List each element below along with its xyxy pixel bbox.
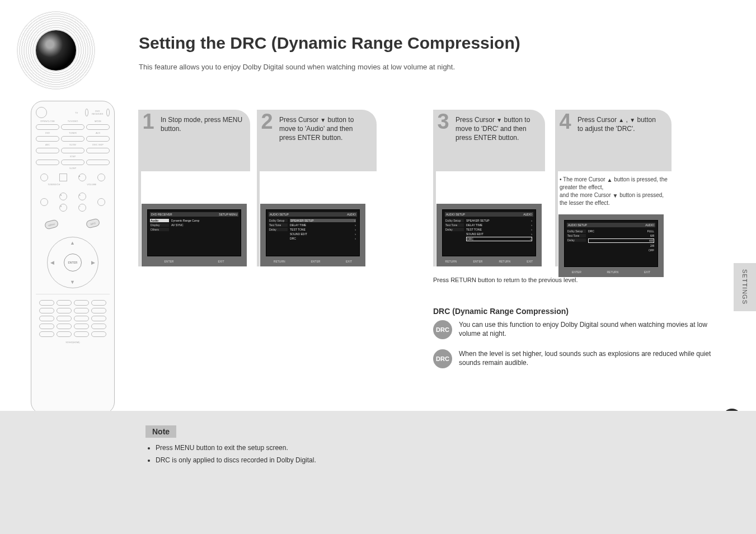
tv3-side-2: Delay — [445, 228, 464, 231]
tv1-title-right: SETUP MENU — [219, 213, 237, 216]
tv2-stand-0: RETURN — [274, 260, 285, 263]
tv-mode-icon — [85, 109, 88, 116]
tv-screenshot-2: AUDIO SETUP AUDIO Dolby Setup Test Tone … — [260, 204, 365, 266]
tv2-line3-l: SOUND EDIT — [290, 232, 307, 236]
drc-text-1: You can use this function to enjoy Dolby… — [459, 320, 724, 338]
tv2-side-2: Delay — [269, 228, 288, 231]
step-4-text-pre: Press Cursor — [577, 116, 618, 124]
tv4-stand-0: ENTER — [572, 270, 581, 274]
drc-badge-1: DRC — [433, 320, 452, 339]
tv3-line3-l: SOUND EDIT — [466, 232, 483, 236]
step-number: 3 — [432, 107, 454, 136]
tv4-line1-r: 6/8 — [650, 234, 654, 237]
num-5-button — [57, 308, 72, 313]
cursor-up-icon: ▲ — [607, 177, 612, 183]
step-1: 1 In Stop mode, press MENU button. DVD R… — [138, 110, 250, 266]
note-strip: Note Press MENU button to exit the setup… — [0, 411, 756, 534]
speaker-art — [17, 11, 95, 90]
arrow-up-icon: ▲ — [70, 240, 75, 246]
tv3-line0-l: SPEAKER SETUP — [466, 219, 490, 222]
tv3-stand-1: ENTER — [473, 260, 482, 263]
cursor-down-icon: ▼ — [613, 192, 618, 198]
tv4-line4-r: OFF — [649, 249, 654, 252]
tv3-title-right: AUDIO — [523, 213, 532, 216]
tv3-line1-r: › — [531, 223, 532, 227]
tv1-side-1: Display — [150, 223, 169, 227]
arrow-down-icon: ▼ — [70, 279, 75, 285]
stop-icon — [59, 174, 67, 181]
open-close-button — [36, 124, 59, 130]
tv-video-button — [61, 124, 84, 130]
tv2-line0-r: › — [354, 219, 355, 222]
ch-down-icon: ∨ — [59, 204, 67, 212]
tv2-line1-r: › — [355, 223, 356, 227]
num-2-button — [57, 300, 72, 306]
note-item-1: DRC is only applied to discs recorded in… — [156, 456, 722, 465]
tv2-title-left: AUDIO SETUP — [270, 213, 289, 216]
dvd-mode-icon — [106, 109, 110, 116]
num-0-button — [57, 324, 72, 329]
cursor-down-icon: ▼ — [630, 117, 635, 123]
tv3-side-1: Test Tone — [445, 223, 464, 227]
logo-button — [39, 331, 54, 337]
ch-up-icon: ∧ — [59, 193, 67, 200]
step-1-header: 1 In Stop mode, press MENU button. — [138, 110, 250, 171]
tv2-line3-r: › — [355, 232, 356, 236]
step-4-sub-up-pre: • The more Cursor — [560, 176, 607, 182]
tv-screenshot-4: AUDIO SETUP AUDIO Dolby Setup Test Tone … — [558, 214, 664, 277]
cancel-button — [74, 324, 89, 329]
movie-button — [86, 160, 110, 165]
tv4-line2-r: 4/8 — [649, 239, 653, 242]
tuner-memory-button — [39, 324, 54, 329]
tv4-line3-r: 2/8 — [650, 244, 654, 247]
vol-up-icon: + — [78, 193, 86, 200]
enter-button-hi: ENTER — [64, 254, 82, 271]
tv1-line0-l: Dynamic Range Comp — [171, 219, 199, 222]
power-icon — [36, 107, 47, 118]
tv3-line3-r: › — [531, 232, 532, 236]
page-subtitle: This feature allows you to enjoy Dolby D… — [139, 62, 455, 73]
pl2-mode-icon — [40, 198, 48, 206]
num-3-button — [74, 300, 89, 306]
tv1-side-0: Audio — [150, 219, 169, 222]
tv3-stand-3: EXIT — [527, 260, 533, 263]
tv2-title-right: AUDIO — [347, 213, 356, 216]
cursor-down-icon: ▼ — [320, 117, 326, 123]
tv3-line1-l: DELAY TIME — [466, 223, 482, 227]
arrow-right-icon: ▶ — [91, 260, 95, 265]
tv3-line2-r: › — [531, 228, 532, 231]
tv3-stand-2: RETURN — [499, 260, 510, 263]
page-title: Setting the DRC (Dynamic Range Compressi… — [139, 34, 520, 53]
num-4-button — [39, 308, 54, 313]
tv1-stand-0: ENTER — [164, 260, 173, 263]
step-3-text-pre: Press Cursor — [456, 116, 496, 124]
step-4-text-mid: , — [624, 116, 630, 124]
tv1-title-left: DVD RECEIVER — [151, 213, 172, 216]
step-number: 2 — [256, 107, 278, 136]
tv4-side-2: Delay — [567, 238, 586, 242]
step-number: 4 — [554, 107, 576, 136]
tv2-side-0: Dolby Setup — [269, 219, 288, 222]
tv4-stand-2: EXIT — [644, 270, 650, 274]
step-3-header: 3 Press Cursor ▼ button to move to 'DRC'… — [433, 110, 545, 171]
dvd-button — [36, 136, 59, 142]
step-number: 1 — [137, 107, 159, 136]
sound-edit-button — [91, 308, 106, 313]
tv3-line0-r: › — [531, 219, 532, 222]
note-item-0: Press MENU button to exit the setup scre… — [156, 443, 722, 452]
speaker-cone — [36, 30, 76, 71]
num-9-button — [74, 316, 89, 321]
drc-badge-2: DRC — [433, 349, 452, 368]
cursor-up-icon: ▲ — [618, 117, 624, 123]
tv2-side-1: Test Tone — [269, 223, 288, 227]
step-2-header: 2 Press Cursor ▼ button to move to 'Audi… — [257, 110, 377, 171]
tv4-line0-r: FULL — [647, 229, 654, 233]
tv2-stand-2: EXIT — [346, 260, 352, 263]
step-4: 4 Press Cursor ▲ , ▼ button to adjust th… — [555, 110, 672, 277]
dpad: ▲ ▼ ▶ ◀ ENTER — [47, 237, 98, 288]
tv2-line4-r: › — [355, 237, 356, 240]
mode-button — [86, 124, 110, 130]
num-7-button — [39, 316, 54, 321]
step-4-header: 4 Press Cursor ▲ , ▼ button to adjust th… — [555, 110, 672, 171]
tv3-title-left: AUDIO SETUP — [446, 213, 465, 216]
